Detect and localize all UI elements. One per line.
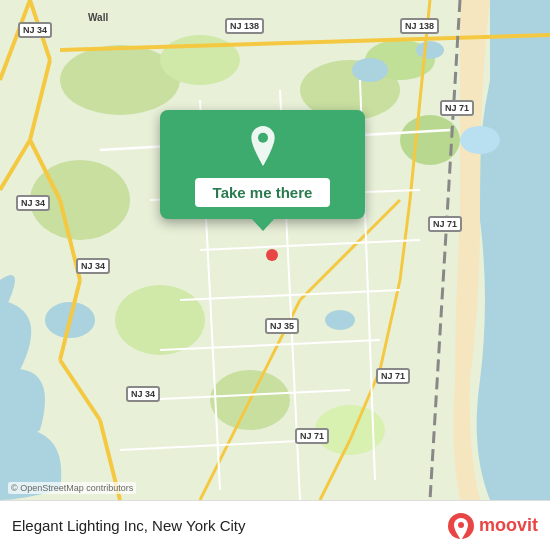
location-name: Elegant Lighting Inc, New York City bbox=[12, 517, 447, 534]
popup-card: Take me there bbox=[160, 110, 365, 219]
route-nj34-4: NJ 34 bbox=[126, 386, 160, 402]
moovit-icon bbox=[447, 512, 475, 540]
town-wall: Wall bbox=[88, 12, 108, 23]
route-nj138-2: NJ 138 bbox=[400, 18, 439, 34]
route-nj35: NJ 35 bbox=[265, 318, 299, 334]
svg-point-11 bbox=[416, 41, 444, 59]
svg-point-47 bbox=[458, 522, 464, 528]
map-container: NJ 34 NJ 138 NJ 138 NJ 71 NJ 34 NJ 34 NJ… bbox=[0, 0, 550, 500]
route-nj138-1: NJ 138 bbox=[225, 18, 264, 34]
svg-point-2 bbox=[160, 35, 240, 85]
svg-point-7 bbox=[115, 285, 205, 355]
map-svg bbox=[0, 0, 550, 500]
svg-point-12 bbox=[460, 126, 500, 154]
svg-point-10 bbox=[352, 58, 388, 82]
route-nj71-3: NJ 71 bbox=[376, 368, 410, 384]
route-nj34-1: NJ 34 bbox=[18, 22, 52, 38]
bottom-bar: Elegant Lighting Inc, New York City moov… bbox=[0, 500, 550, 550]
route-nj71-2: NJ 71 bbox=[428, 216, 462, 232]
svg-point-44 bbox=[266, 249, 278, 261]
moovit-logo: moovit bbox=[447, 512, 538, 540]
svg-point-45 bbox=[258, 133, 268, 143]
take-me-there-button[interactable]: Take me there bbox=[195, 178, 331, 207]
location-pin-icon bbox=[243, 126, 283, 166]
copyright-text: © OpenStreetMap contributors bbox=[8, 482, 136, 494]
route-nj34-3: NJ 34 bbox=[76, 258, 110, 274]
route-nj71-4: NJ 71 bbox=[295, 428, 329, 444]
route-nj71-1: NJ 71 bbox=[440, 100, 474, 116]
svg-point-14 bbox=[325, 310, 355, 330]
moovit-text: moovit bbox=[479, 515, 538, 536]
route-nj34-2: NJ 34 bbox=[16, 195, 50, 211]
svg-point-4 bbox=[400, 115, 460, 165]
